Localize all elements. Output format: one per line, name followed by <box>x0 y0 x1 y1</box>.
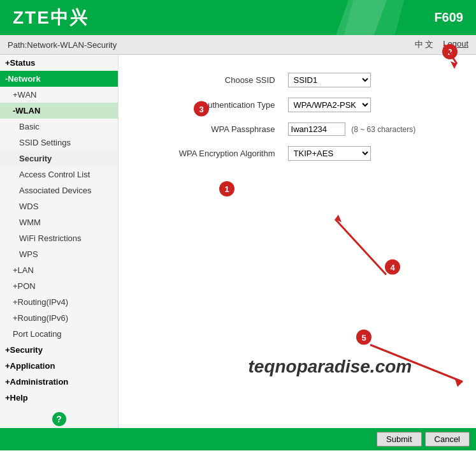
svg-line-4 <box>335 219 386 275</box>
main-layout: +Status -Network +WAN -WLAN Basic SSID S… <box>0 55 476 428</box>
svg-text:2: 2 <box>447 47 452 57</box>
watermark: teqnoparadise.com <box>248 357 412 377</box>
svg-text:5: 5 <box>361 333 366 343</box>
bottom-bar: Submit Cancel <box>0 428 476 450</box>
choose-ssid-row: Choose SSID SSID1 SSID2 SSID3 SSID4 <box>173 68 422 92</box>
sidebar-item-wps[interactable]: WPS <box>0 246 118 262</box>
annotation-2: 2 <box>442 43 458 62</box>
sidebar-item-lan[interactable]: +LAN <box>0 262 118 278</box>
choose-ssid-select[interactable]: SSID1 SSID2 SSID3 SSID4 <box>288 73 371 87</box>
sidebar: +Status -Network +WAN -WLAN Basic SSID S… <box>0 55 119 428</box>
sidebar-item-status[interactable]: +Status <box>0 55 118 71</box>
sidebar-item-application[interactable]: +Application <box>0 358 118 374</box>
choose-ssid-label: Choose SSID <box>173 68 282 92</box>
header: ZTE中兴 F609 <box>0 0 476 35</box>
model-number: F609 <box>434 10 463 25</box>
sidebar-item-pon[interactable]: +PON <box>0 278 118 294</box>
sidebar-item-wifi-restrictions[interactable]: WiFi Restrictions <box>0 230 118 246</box>
sidebar-item-help[interactable]: +Help <box>0 390 118 406</box>
annotation-1: 1 <box>217 179 236 200</box>
svg-text:4: 4 <box>390 263 395 272</box>
sidebar-item-ssid-settings[interactable]: SSID Settings <box>0 135 118 151</box>
sidebar-item-basic[interactable]: Basic <box>0 119 118 135</box>
sidebar-item-routing-ipv4[interactable]: +Routing(IPv4) <box>0 294 118 310</box>
sidebar-item-port-locating[interactable]: Port Locating <box>0 326 118 342</box>
encryption-label: WPA Encryption Algorithm <box>173 141 282 166</box>
path-bar: Path:Network-WLAN-Security 中 文 Logout <box>0 35 476 55</box>
security-form: Choose SSID SSID1 SSID2 SSID3 SSID4 Auth… <box>173 68 422 166</box>
sidebar-item-network[interactable]: -Network <box>0 71 118 87</box>
sidebar-item-wlan[interactable]: -WLAN <box>0 103 118 119</box>
svg-line-8 <box>370 345 463 382</box>
svg-marker-9 <box>455 380 463 387</box>
path-text: Path:Network-WLAN-Security <box>8 40 117 50</box>
svg-point-2 <box>385 260 400 275</box>
svg-point-6 <box>356 330 371 345</box>
sidebar-item-wmm[interactable]: WMM <box>0 214 118 230</box>
passphrase-label: WPA Passphrase <box>173 117 282 141</box>
sidebar-item-wds[interactable]: WDS <box>0 198 118 214</box>
sidebar-item-security-section[interactable]: +Security <box>0 342 118 358</box>
sidebar-item-security[interactable]: Security <box>0 151 118 166</box>
sidebar-item-associated-devices[interactable]: Associated Devices <box>0 182 118 198</box>
passphrase-hint: (8 ~ 63 characters) <box>351 125 415 134</box>
logo: ZTE中兴 <box>13 6 89 30</box>
sidebar-item-routing-ipv6[interactable]: +Routing(IPv6) <box>0 310 118 326</box>
cancel-button[interactable]: Cancel <box>425 432 470 447</box>
sidebar-item-administration[interactable]: +Administration <box>0 374 118 390</box>
encryption-select[interactable]: TKIP+AES TKIP AES <box>288 146 371 161</box>
passphrase-input[interactable] <box>288 122 345 136</box>
sidebar-item-access-control[interactable]: Access Control List <box>0 166 118 182</box>
help-icon[interactable]: ? <box>52 412 66 426</box>
auth-type-label: Authentication Type <box>173 92 282 117</box>
content-area: Choose SSID SSID1 SSID2 SSID3 SSID4 Auth… <box>119 55 476 428</box>
auth-type-row: Authentication Type WPA/WPA2-PSK WPA-PSK… <box>173 92 422 117</box>
auth-type-select[interactable]: WPA/WPA2-PSK WPA-PSK WPA2-PSK None <box>288 98 371 112</box>
sidebar-item-wan[interactable]: +WAN <box>0 87 118 103</box>
svg-marker-5 <box>335 215 342 223</box>
passphrase-row: WPA Passphrase (8 ~ 63 characters) <box>173 117 422 141</box>
svg-text:1: 1 <box>224 184 229 194</box>
lang-switch[interactable]: 中 文 <box>415 39 434 50</box>
submit-button[interactable]: Submit <box>377 432 421 447</box>
encryption-row: WPA Encryption Algorithm TKIP+AES TKIP A… <box>173 141 422 166</box>
